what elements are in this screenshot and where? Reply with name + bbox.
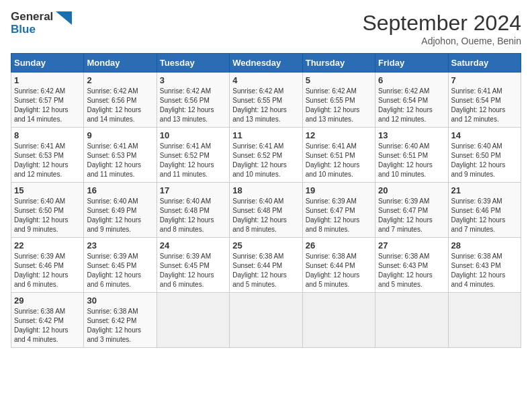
table-row: 21 Sunrise: 6:39 AM Sunset: 6:46 PM Dayl… xyxy=(448,183,521,238)
svg-marker-0 xyxy=(56,11,72,25)
table-row: 9 Sunrise: 6:41 AM Sunset: 6:53 PM Dayli… xyxy=(84,128,157,183)
day-number: 20 xyxy=(378,185,445,195)
day-info: Sunrise: 6:39 AM Sunset: 6:45 PM Dayligh… xyxy=(160,252,226,289)
day-info: Sunrise: 6:38 AM Sunset: 6:43 PM Dayligh… xyxy=(451,252,518,289)
table-row xyxy=(302,293,375,348)
col-wednesday: Wednesday xyxy=(230,54,302,73)
day-number: 25 xyxy=(232,240,299,250)
day-info: Sunrise: 6:40 AM Sunset: 6:50 PM Dayligh… xyxy=(14,197,81,234)
col-monday: Monday xyxy=(84,54,157,73)
logo: General Blue xyxy=(11,11,72,36)
day-number: 7 xyxy=(451,75,518,85)
col-friday: Friday xyxy=(375,54,448,73)
table-row: 23 Sunrise: 6:39 AM Sunset: 6:45 PM Dayl… xyxy=(84,238,157,293)
day-number: 29 xyxy=(14,295,81,306)
day-info: Sunrise: 6:38 AM Sunset: 6:43 PM Dayligh… xyxy=(378,252,445,289)
day-info: Sunrise: 6:41 AM Sunset: 6:54 PM Dayligh… xyxy=(451,87,518,124)
day-info: Sunrise: 6:40 AM Sunset: 6:48 PM Dayligh… xyxy=(232,197,299,234)
table-row: 12 Sunrise: 6:41 AM Sunset: 6:51 PM Dayl… xyxy=(302,128,375,183)
table-row: 18 Sunrise: 6:40 AM Sunset: 6:48 PM Dayl… xyxy=(230,183,302,238)
table-row: 19 Sunrise: 6:39 AM Sunset: 6:47 PM Dayl… xyxy=(302,183,375,238)
table-row: 8 Sunrise: 6:41 AM Sunset: 6:53 PM Dayli… xyxy=(11,128,84,183)
calendar-header-row: Sunday Monday Tuesday Wednesday Thursday… xyxy=(11,54,521,73)
day-info: Sunrise: 6:38 AM Sunset: 6:42 PM Dayligh… xyxy=(14,307,81,345)
table-row: 5 Sunrise: 6:42 AM Sunset: 6:55 PM Dayli… xyxy=(302,73,375,128)
table-row: 1 Sunrise: 6:42 AM Sunset: 6:57 PM Dayli… xyxy=(11,73,84,128)
table-row: 7 Sunrise: 6:41 AM Sunset: 6:54 PM Dayli… xyxy=(448,73,521,128)
day-number: 5 xyxy=(306,75,372,85)
col-tuesday: Tuesday xyxy=(157,54,229,73)
day-number: 27 xyxy=(378,240,445,250)
table-row: 2 Sunrise: 6:42 AM Sunset: 6:56 PM Dayli… xyxy=(84,73,157,128)
day-number: 16 xyxy=(87,185,153,195)
day-info: Sunrise: 6:39 AM Sunset: 6:45 PM Dayligh… xyxy=(87,252,153,289)
day-number: 26 xyxy=(306,240,372,250)
table-row: 28 Sunrise: 6:38 AM Sunset: 6:43 PM Dayl… xyxy=(448,238,521,293)
day-info: Sunrise: 6:39 AM Sunset: 6:47 PM Dayligh… xyxy=(306,197,372,234)
col-saturday: Saturday xyxy=(448,54,521,73)
table-row: 24 Sunrise: 6:39 AM Sunset: 6:45 PM Dayl… xyxy=(157,238,229,293)
col-thursday: Thursday xyxy=(302,54,375,73)
table-row: 30 Sunrise: 6:38 AM Sunset: 6:42 PM Dayl… xyxy=(84,293,157,348)
day-info: Sunrise: 6:38 AM Sunset: 6:44 PM Dayligh… xyxy=(306,252,372,289)
day-number: 8 xyxy=(14,130,81,140)
table-row: 17 Sunrise: 6:40 AM Sunset: 6:48 PM Dayl… xyxy=(157,183,229,238)
day-info: Sunrise: 6:39 AM Sunset: 6:47 PM Dayligh… xyxy=(378,197,445,234)
page-subtitle: Adjohon, Oueme, Benin xyxy=(362,36,521,46)
table-row: 29 Sunrise: 6:38 AM Sunset: 6:42 PM Dayl… xyxy=(11,293,84,348)
day-info: Sunrise: 6:40 AM Sunset: 6:50 PM Dayligh… xyxy=(451,142,518,179)
table-row: 27 Sunrise: 6:38 AM Sunset: 6:43 PM Dayl… xyxy=(375,238,448,293)
day-info: Sunrise: 6:39 AM Sunset: 6:46 PM Dayligh… xyxy=(14,252,81,289)
table-row: 3 Sunrise: 6:42 AM Sunset: 6:56 PM Dayli… xyxy=(157,73,229,128)
day-number: 11 xyxy=(232,130,299,140)
table-row: 22 Sunrise: 6:39 AM Sunset: 6:46 PM Dayl… xyxy=(11,238,84,293)
day-number: 9 xyxy=(87,130,153,140)
day-number: 30 xyxy=(87,295,153,306)
table-row: 4 Sunrise: 6:42 AM Sunset: 6:55 PM Dayli… xyxy=(230,73,302,128)
day-info: Sunrise: 6:41 AM Sunset: 6:51 PM Dayligh… xyxy=(306,142,372,179)
table-row xyxy=(448,293,521,348)
col-sunday: Sunday xyxy=(11,54,84,73)
day-number: 15 xyxy=(14,185,81,195)
day-info: Sunrise: 6:42 AM Sunset: 6:56 PM Dayligh… xyxy=(87,87,153,124)
day-info: Sunrise: 6:42 AM Sunset: 6:57 PM Dayligh… xyxy=(14,87,81,124)
table-row: 13 Sunrise: 6:40 AM Sunset: 6:51 PM Dayl… xyxy=(375,128,448,183)
day-number: 21 xyxy=(451,185,518,195)
day-info: Sunrise: 6:39 AM Sunset: 6:46 PM Dayligh… xyxy=(451,197,518,234)
table-row: 14 Sunrise: 6:40 AM Sunset: 6:50 PM Dayl… xyxy=(448,128,521,183)
day-number: 23 xyxy=(87,240,153,250)
day-info: Sunrise: 6:42 AM Sunset: 6:54 PM Dayligh… xyxy=(378,87,445,124)
table-row: 25 Sunrise: 6:38 AM Sunset: 6:44 PM Dayl… xyxy=(230,238,302,293)
day-number: 19 xyxy=(306,185,372,195)
day-info: Sunrise: 6:41 AM Sunset: 6:53 PM Dayligh… xyxy=(14,142,81,179)
day-number: 22 xyxy=(14,240,81,250)
day-number: 2 xyxy=(87,75,153,85)
logo-arrow-icon xyxy=(56,11,72,36)
logo-text: General Blue xyxy=(11,11,53,36)
table-row: 10 Sunrise: 6:41 AM Sunset: 6:52 PM Dayl… xyxy=(157,128,229,183)
table-row: 11 Sunrise: 6:41 AM Sunset: 6:52 PM Dayl… xyxy=(230,128,302,183)
table-row: 15 Sunrise: 6:40 AM Sunset: 6:50 PM Dayl… xyxy=(11,183,84,238)
day-number: 1 xyxy=(14,75,81,85)
page-header: General Blue September 2024 Adjohon, Oue… xyxy=(11,11,521,46)
day-info: Sunrise: 6:40 AM Sunset: 6:51 PM Dayligh… xyxy=(378,142,445,179)
page-title: September 2024 xyxy=(362,11,521,36)
day-info: Sunrise: 6:41 AM Sunset: 6:52 PM Dayligh… xyxy=(232,142,299,179)
title-block: September 2024 Adjohon, Oueme, Benin xyxy=(362,11,521,46)
day-number: 14 xyxy=(451,130,518,140)
day-number: 10 xyxy=(160,130,226,140)
day-info: Sunrise: 6:41 AM Sunset: 6:52 PM Dayligh… xyxy=(160,142,226,179)
day-info: Sunrise: 6:41 AM Sunset: 6:53 PM Dayligh… xyxy=(87,142,153,179)
day-number: 4 xyxy=(232,75,299,85)
day-info: Sunrise: 6:40 AM Sunset: 6:48 PM Dayligh… xyxy=(160,197,226,234)
day-info: Sunrise: 6:38 AM Sunset: 6:44 PM Dayligh… xyxy=(232,252,299,289)
day-number: 6 xyxy=(378,75,445,85)
day-number: 24 xyxy=(160,240,226,250)
table-row xyxy=(230,293,302,348)
table-row: 20 Sunrise: 6:39 AM Sunset: 6:47 PM Dayl… xyxy=(375,183,448,238)
table-row: 26 Sunrise: 6:38 AM Sunset: 6:44 PM Dayl… xyxy=(302,238,375,293)
day-number: 13 xyxy=(378,130,445,140)
day-info: Sunrise: 6:42 AM Sunset: 6:55 PM Dayligh… xyxy=(232,87,299,124)
day-number: 18 xyxy=(232,185,299,195)
day-number: 12 xyxy=(306,130,372,140)
